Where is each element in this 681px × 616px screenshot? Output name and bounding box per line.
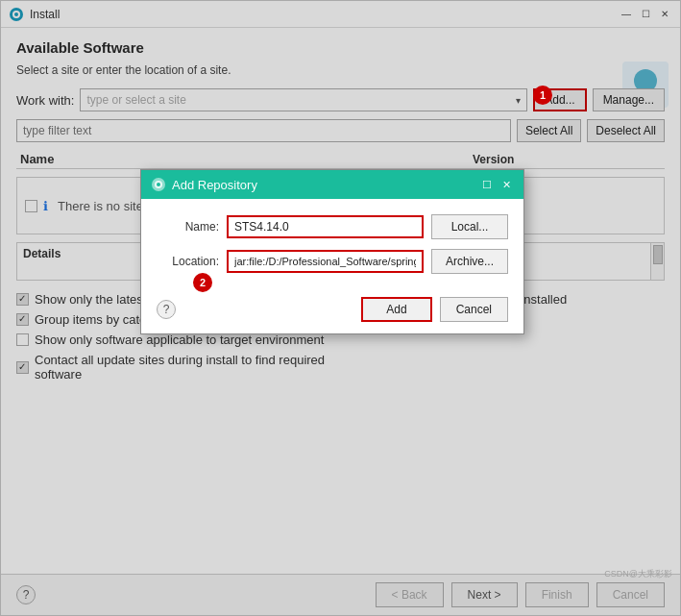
dialog-maximize-button[interactable]: ☐ [479, 177, 495, 192]
name-label: Name: [157, 220, 219, 234]
archive-button[interactable]: Archive... [431, 249, 508, 274]
main-window: Install — ☐ ✕ Available Software Select … [0, 0, 681, 616]
step-badge-2: 2 [193, 273, 212, 292]
location-label: Location: [157, 255, 219, 268]
location-row: Location: Archive... [157, 249, 508, 274]
add-repository-dialog: Add Repository ☐ ✕ Name: Local... Locati… [140, 169, 524, 334]
dialog-close-button[interactable]: ✕ [499, 177, 514, 192]
dialog-title-controls: ☐ ✕ [479, 177, 514, 192]
dialog-title-left: Add Repository [151, 177, 257, 192]
dialog-icon [151, 177, 166, 192]
dialog-add-button[interactable]: Add [361, 297, 431, 322]
dialog-title-text: Add Repository [172, 178, 257, 192]
svg-point-9 [157, 183, 160, 186]
step-badge-1: 1 [533, 86, 552, 105]
name-input[interactable] [227, 215, 424, 238]
dialog-footer-right: Add Cancel [361, 297, 508, 322]
dialog-footer: ? Add Cancel [141, 289, 523, 333]
location-input[interactable] [227, 250, 424, 273]
local-button[interactable]: Local... [431, 214, 508, 239]
dialog-help-button[interactable]: ? [157, 300, 176, 319]
dialog-cancel-button[interactable]: Cancel [440, 297, 508, 322]
name-row: Name: Local... [157, 214, 508, 239]
dialog-title-bar: Add Repository ☐ ✕ [141, 170, 523, 199]
